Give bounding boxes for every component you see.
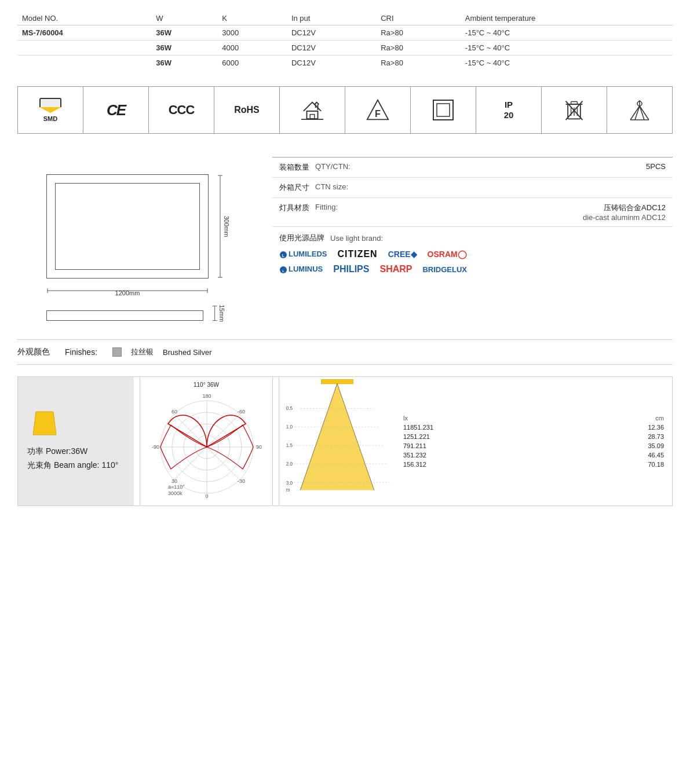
cell-cri: Ra>80 — [376, 56, 461, 71]
svg-line-20 — [635, 106, 640, 120]
brands-row-1: L LUMILEDS CITIZEN CREE◆ OSRAM◯ — [279, 249, 666, 259]
thickness-dimension: 15mm — [209, 305, 232, 322]
lux-lx: 156.312 — [401, 460, 567, 468]
cell-k: 3000 — [217, 25, 287, 41]
brands-row-2: L LUMINUS PHILIPS SHARP BRIDGELUX — [279, 264, 666, 274]
cert-light-dist — [607, 87, 672, 133]
certifications-row: SMD CE CCC RoHS F — [17, 86, 673, 134]
lux-cm: 70.18 — [568, 460, 666, 468]
lux-col-lx: lx — [401, 414, 567, 422]
qty-label-cn: 装箱数量 — [279, 162, 309, 173]
cert-ip20: IP20 — [476, 87, 542, 133]
cell-input: DC12V — [287, 25, 376, 41]
svg-text:15mm: 15mm — [219, 305, 226, 322]
lux-lx: 791.211 — [401, 442, 567, 450]
cell-k: 4000 — [217, 41, 287, 56]
svg-rect-8 — [437, 104, 450, 116]
polar-chart-area: 110° 36W 180 90 -90 0 -60 60 -30 30 — [140, 377, 273, 505]
brand-luminus: L LUMINUS — [279, 265, 323, 274]
cert-smd: SMD — [18, 87, 83, 133]
cell-input: DC12V — [287, 41, 376, 56]
lux-cone-area: 0.5 1.0 1.5 2.0 3.0 m lx cm 11851 — [279, 377, 672, 505]
product-outer-rect — [46, 174, 209, 279]
cert-class2 — [411, 87, 476, 133]
col-model: Model NO. — [17, 12, 151, 25]
cert-rohs: RoHS — [214, 87, 280, 133]
cert-ccc: CCC — [149, 87, 214, 133]
col-w: W — [151, 12, 217, 25]
brand-label-cn: 使用光源品牌 — [279, 233, 324, 243]
fitting-value-en: die-cast aluminm ADC12 — [279, 213, 666, 222]
finish-color-swatch — [112, 347, 122, 357]
finish-color-en: Brushed Silver — [163, 348, 212, 357]
svg-text:L: L — [282, 254, 285, 258]
lux-table-row: 156.312 70.18 — [401, 460, 666, 468]
svg-text:-30: -30 — [238, 478, 245, 484]
svg-text:-60: -60 — [238, 409, 245, 415]
beam-shape-icon — [27, 409, 62, 438]
brand-osram: OSRAM◯ — [428, 250, 467, 259]
svg-rect-1 — [310, 115, 315, 119]
lux-col-cm: cm — [568, 414, 666, 422]
table-row: 36W 6000 DC12V Ra>80 -15°C ~ 40°C — [17, 56, 673, 71]
qty-value: 5PCS — [646, 162, 666, 171]
cert-f-class: F — [345, 87, 411, 133]
svg-rect-11 — [571, 102, 578, 105]
table-row: 36W 4000 DC12V Ra>80 -15°C ~ 40°C — [17, 41, 673, 56]
height-dimension: 300mm — [214, 174, 238, 279]
cell-input: DC12V — [287, 56, 376, 71]
product-info-area: 装箱数量 QTY/CTN: 5PCS 外箱尺寸 CTN size: 灯具材质 F… — [272, 157, 673, 322]
info-row-fitting: 灯具材质 Fitting: 压铸铝合金ADC12 die-cast alumin… — [272, 198, 673, 227]
svg-text:30: 30 — [171, 478, 177, 484]
ctn-label-cn: 外箱尺寸 — [279, 182, 309, 193]
cert-smd-label: SMD — [43, 115, 57, 122]
lux-lx: 1251.221 — [401, 433, 567, 441]
brand-label-en: Use light brand: — [330, 234, 383, 243]
cell-cri: Ra>80 — [376, 41, 461, 56]
product-bottom-bar — [46, 310, 203, 321]
svg-text:-90: -90 — [152, 444, 159, 450]
luminus-icon: L — [279, 266, 287, 274]
ce-icon: CE — [107, 101, 125, 119]
product-inner-rect — [55, 183, 200, 270]
svg-line-21 — [640, 106, 644, 120]
finish-color-cn: 拉丝银 — [131, 347, 154, 357]
svg-line-18 — [630, 106, 640, 120]
cell-w: 36W — [151, 41, 217, 56]
lux-table: lx cm 11851.231 12.36 1251.221 28.73 791… — [400, 413, 667, 470]
cone-diagram: 0.5 1.0 1.5 2.0 3.0 m — [279, 377, 395, 505]
lux-cm: 46.45 — [568, 451, 666, 459]
svg-text:0.5: 0.5 — [286, 406, 293, 411]
cell-temp: -15°C ~ 40°C — [461, 41, 673, 56]
ip20-icon: IP20 — [504, 100, 514, 120]
width-dimension: 1200mm — [46, 285, 209, 296]
svg-rect-0 — [307, 111, 318, 119]
power-info: 功率 Power:36W 光束角 Beam angle: 110° — [18, 377, 134, 505]
cell-w: 36W — [151, 25, 217, 41]
lux-cm: 28.73 — [568, 433, 666, 441]
cell-temp: -15°C ~ 40°C — [461, 56, 673, 71]
cell-model: MS-7/60004 — [17, 25, 151, 41]
cell-w: 36W — [151, 56, 217, 71]
cell-k: 6000 — [217, 56, 287, 71]
info-row-ctn: 外箱尺寸 CTN size: — [272, 178, 673, 198]
svg-text:2.0: 2.0 — [286, 461, 293, 467]
lux-table-row: 791.211 35.09 — [401, 442, 666, 450]
brand-cree: CREE◆ — [388, 250, 417, 259]
svg-text:1.5: 1.5 — [286, 443, 293, 448]
lumileds-icon: L — [279, 251, 287, 259]
polar-chart: 180 90 -90 0 -60 60 -30 30 a=110° 3000k — [145, 389, 269, 499]
svg-text:L: L — [282, 269, 284, 273]
light-dist-icon — [627, 99, 652, 121]
f-class-icon: F — [366, 98, 389, 122]
middle-section: 300mm 1200mm 1 — [17, 157, 673, 322]
brand-lumileds: L LUMILEDS — [279, 250, 327, 259]
qty-label-en: QTY/CTN: — [315, 162, 351, 171]
polar-title: 110° 36W — [145, 382, 268, 388]
finish-label-cn: 外观颜色 — [17, 347, 50, 357]
house-icon — [301, 99, 323, 121]
svg-rect-59 — [322, 380, 353, 384]
col-temp: Ambient temperature — [461, 12, 673, 25]
lux-cm: 12.36 — [568, 423, 666, 431]
brand-sharp: SHARP — [379, 264, 412, 274]
